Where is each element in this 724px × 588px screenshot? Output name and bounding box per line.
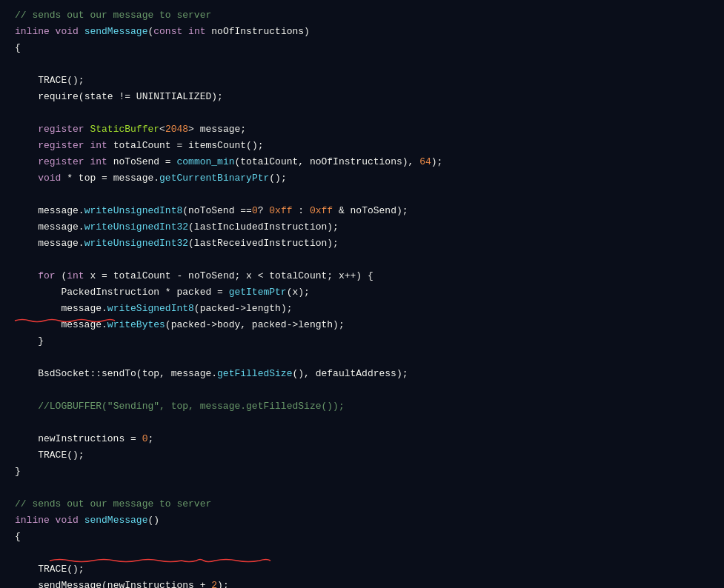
code-token: sendMessage: [84, 24, 148, 39]
code-line: [0, 415, 724, 431]
code-token: totalCount = itemsCount();: [113, 138, 264, 153]
code-token: (packed->body, packed->length);: [165, 318, 345, 333]
code-token: noOfInstructions): [211, 24, 310, 39]
code-token: (x);: [287, 285, 310, 300]
code-line: message.writeUnsignedInt32(lastIncludedI…: [0, 219, 724, 235]
code-token: register: [38, 138, 90, 153]
code-token: int: [188, 24, 211, 39]
code-token: message.: [15, 236, 84, 251]
code-line: TRACE();: [0, 73, 724, 89]
code-token: (totalCount, noOfInstructions),: [235, 155, 420, 170]
code-line: register int noToSend = common_min(total…: [0, 154, 724, 170]
code-token: getFilledSize: [217, 367, 292, 381]
code-line: message.writeSignedInt8(packed->length);: [0, 301, 724, 317]
code-token: 0xff: [310, 204, 333, 218]
code-line: [0, 252, 724, 268]
code-token: (): [147, 513, 159, 528]
code-token: // sends out our message to server: [15, 8, 211, 23]
code-token: int: [67, 269, 90, 284]
code-token: 0: [252, 204, 258, 218]
code-token: );: [431, 155, 443, 170]
code-token: (: [56, 269, 67, 284]
code-token: (), defaultAddress);: [292, 367, 408, 381]
code-token: void: [56, 24, 84, 39]
code-line: message.writeUnsignedInt32(lastReceivedI…: [0, 235, 724, 252]
code-line: [0, 350, 724, 366]
code-line: [0, 56, 724, 73]
code-line: [0, 105, 724, 121]
code-token: message.: [15, 301, 107, 316]
code-line: }: [0, 333, 724, 350]
code-line: register int totalCount = itemsCount();: [0, 138, 724, 154]
code-line: [0, 382, 724, 398]
code-token: writeUnsignedInt8: [84, 204, 183, 218]
code-token: (state != UNINITIALIZED);: [79, 90, 223, 104]
code-token: TRACE();: [15, 562, 84, 577]
code-token: sendMessage: [84, 513, 148, 528]
code-token: [15, 155, 38, 170]
code-token: 64: [419, 155, 431, 170]
code-token: TRACE: [15, 73, 67, 88]
code-token: }: [15, 334, 44, 349]
code-token: register: [38, 155, 90, 170]
code-line: message.writeUnsignedInt8(noToSend ==0? …: [0, 203, 724, 219]
code-line: // sends out our message to server: [0, 496, 724, 512]
code-line: {: [0, 529, 724, 545]
code-token: {: [15, 41, 21, 56]
code-line: newInstructions = 0;: [0, 431, 724, 447]
code-token: BsdSocket::sendTo: [15, 367, 136, 381]
code-token: {: [15, 529, 21, 544]
code-token: const: [153, 24, 188, 39]
code-token: ();: [269, 171, 286, 186]
code-line: [0, 187, 724, 203]
code-token: message.: [15, 318, 107, 333]
code-token: * top = message.: [61, 171, 159, 186]
code-token: x = totalCount - noToSend; x < totalCoun…: [90, 269, 373, 284]
code-token: 2048: [165, 122, 188, 137]
code-token: noToSend =: [113, 155, 177, 170]
code-token: sendMessage: [15, 578, 102, 588]
code-token: (: [147, 24, 153, 39]
code-token: [15, 138, 38, 153]
code-line: {: [0, 40, 724, 56]
code-token: [15, 399, 38, 414]
code-token: (top, message.: [136, 367, 217, 381]
code-token: 2: [211, 578, 217, 588]
code-token: (lastReceivedInstruction);: [188, 236, 339, 251]
code-token: int: [90, 138, 113, 153]
code-line: [0, 545, 724, 561]
code-line: inline void sendMessage(): [0, 512, 724, 529]
code-token: 0: [142, 432, 148, 447]
code-token: int: [90, 155, 113, 170]
code-line: sendMessage(newInstructions + 2);: [0, 578, 724, 588]
code-token: getItemPtr: [229, 285, 287, 300]
code-token: [15, 171, 38, 186]
code-token: > message;: [188, 122, 246, 137]
code-token: TRACE();: [15, 448, 84, 463]
code-line: TRACE();: [0, 447, 724, 464]
code-token: );: [217, 578, 229, 588]
code-token: PackedInstruction * packed =: [15, 285, 229, 300]
code-line: // sends out our message to server: [0, 7, 724, 24]
code-token: (newInstructions +: [102, 578, 211, 588]
code-token: void: [38, 171, 61, 186]
code-token: :: [293, 204, 310, 218]
code-token: <: [159, 122, 165, 137]
code-line: for (int x = totalCount - noToSend; x < …: [0, 268, 724, 284]
code-line: inline void sendMessage(const int noOfIn…: [0, 24, 724, 40]
code-token: (lastIncludedInstruction);: [188, 220, 339, 235]
code-token: inline: [15, 24, 56, 39]
code-line: PackedInstruction * packed = getItemPtr(…: [0, 284, 724, 301]
code-token: // sends out our message to server: [15, 497, 211, 512]
code-token: ;: [147, 432, 153, 447]
code-token: require: [15, 90, 79, 104]
code-content: // sends out our message to serverinline…: [0, 7, 724, 588]
code-token: writeSignedInt8: [107, 301, 194, 316]
code-token: //LOGBUFFER("Sending", top, message.getF…: [38, 399, 344, 414]
code-line: }: [0, 464, 724, 480]
code-token: common_min: [176, 155, 234, 170]
code-token: writeUnsignedInt32: [84, 220, 188, 235]
code-line: [0, 480, 724, 496]
code-token: newInstructions =: [15, 432, 142, 447]
code-token: register: [38, 122, 90, 137]
